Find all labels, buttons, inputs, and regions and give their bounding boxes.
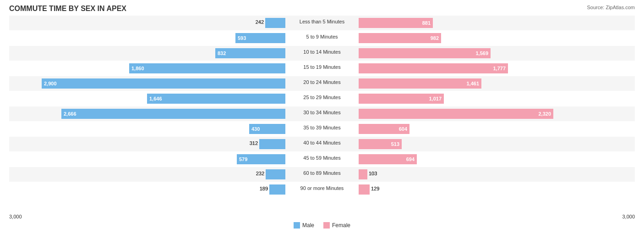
female-bar	[359, 169, 367, 179]
female-bar: 1,777	[359, 63, 508, 73]
male-bar	[266, 169, 285, 179]
table-row: 18912990 or more Minutes189129	[9, 182, 635, 197]
legend-male-box	[294, 222, 300, 229]
row-label: 5 to 9 Minutes	[285, 34, 359, 39]
legend-male-label: Male	[302, 222, 314, 229]
male-bar	[259, 139, 285, 149]
chart-area: 242881Less than 5 Minutes2425939825 to 9…	[9, 16, 635, 213]
female-bar: 2,320	[359, 109, 553, 119]
male-bar	[265, 18, 285, 28]
row-label: 35 to 39 Minutes	[285, 125, 359, 130]
male-bar: 832	[215, 48, 285, 58]
table-row: 8321,56910 to 14 Minutes	[9, 46, 635, 61]
chart-title: COMMUTE TIME BY SEX IN APEX	[9, 5, 635, 13]
legend-female: Female	[323, 222, 350, 229]
male-bar: 2,666	[61, 109, 285, 119]
table-row: 31251340 to 44 Minutes312	[9, 137, 635, 151]
row-label: 45 to 59 Minutes	[285, 155, 359, 161]
source-text: Source: ZipAtlas.com	[587, 5, 635, 10]
female-bar: 881	[359, 18, 433, 28]
axis-left-label: 3,000	[9, 214, 22, 219]
table-row: 242881Less than 5 Minutes242	[9, 16, 635, 30]
male-bar: 2,900	[42, 78, 285, 89]
row-label: 30 to 34 Minutes	[285, 110, 359, 115]
row-label: 40 to 44 Minutes	[285, 140, 359, 145]
table-row: 1,8601,77715 to 19 Minutes	[9, 61, 635, 76]
row-label: 25 to 29 Minutes	[285, 95, 359, 100]
row-label: Less than 5 Minutes	[285, 19, 359, 24]
male-bar: 1,646	[147, 94, 285, 104]
male-value-outside: 242	[256, 19, 264, 25]
female-value-outside: 103	[369, 171, 377, 176]
row-label: 10 to 14 Minutes	[285, 49, 359, 55]
table-row: 2,9001,46120 to 24 Minutes	[9, 76, 635, 91]
legend-male: Male	[294, 222, 314, 229]
table-row: 2,6662,32030 to 34 Minutes	[9, 106, 635, 121]
male-value-outside: 312	[250, 140, 258, 146]
male-value-outside: 232	[256, 171, 264, 176]
female-bar: 694	[359, 154, 417, 164]
male-bar: 579	[237, 154, 285, 164]
female-bar	[359, 184, 370, 195]
row-label: 90 or more Minutes	[285, 185, 359, 191]
table-row: 43060435 to 39 Minutes	[9, 122, 635, 136]
legend: Male Female	[9, 222, 635, 229]
axis-labels: 3,000 3,000	[9, 214, 635, 219]
axis-right-label: 3,000	[622, 214, 635, 219]
table-row: 1,6461,01725 to 29 Minutes	[9, 91, 635, 106]
female-bar: 1,017	[359, 94, 444, 104]
male-bar: 593	[235, 33, 285, 43]
female-bar: 1,461	[359, 78, 481, 89]
table-row: 23210360 to 89 Minutes232103	[9, 167, 635, 182]
row-label: 60 to 89 Minutes	[285, 170, 359, 176]
table-row: 5939825 to 9 Minutes	[9, 31, 635, 45]
male-bar: 1,860	[129, 63, 285, 73]
male-bar	[269, 184, 285, 195]
female-bar: 604	[359, 124, 409, 134]
legend-female-label: Female	[332, 222, 350, 229]
female-value-outside: 129	[371, 186, 379, 191]
row-label: 15 to 19 Minutes	[285, 64, 359, 70]
legend-female-box	[323, 222, 330, 229]
chart-container: COMMUTE TIME BY SEX IN APEX Source: ZipA…	[0, 0, 644, 240]
female-bar: 1,569	[359, 48, 491, 58]
male-value-outside: 189	[260, 186, 268, 191]
male-bar: 430	[249, 124, 285, 134]
row-label: 20 to 24 Minutes	[285, 79, 359, 85]
table-row: 57969445 to 59 Minutes	[9, 152, 635, 167]
female-bar: 513	[359, 139, 402, 149]
female-bar: 982	[359, 33, 441, 43]
